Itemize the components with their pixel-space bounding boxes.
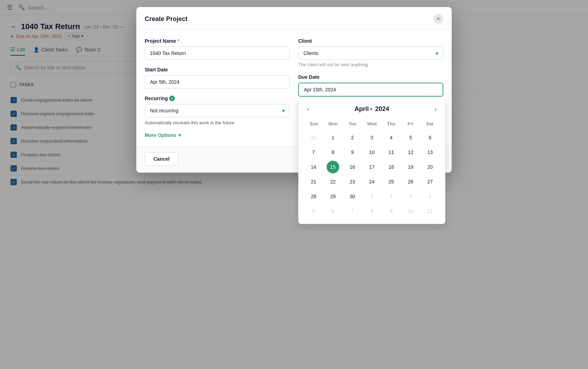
modal-right-column: Client Clients ▾ The client will not be …: [298, 38, 443, 138]
due-date-group: Due Date ‹ April ▾ 2024: [298, 74, 443, 97]
calendar-day[interactable]: 26: [404, 175, 417, 188]
calendar-day[interactable]: 17: [365, 161, 378, 173]
client-select-wrapper: Clients ▾: [298, 47, 443, 60]
calendar-day[interactable]: 23: [346, 175, 359, 188]
cancel-label: Cancel: [153, 156, 170, 162]
calendar-month[interactable]: April ▾: [354, 105, 372, 113]
calendar-day[interactable]: 12: [404, 146, 417, 159]
calendar-day: 6: [327, 205, 339, 217]
calendar-day[interactable]: 20: [424, 161, 436, 173]
calendar-day: 4: [424, 190, 436, 203]
calendar-day[interactable]: 18: [385, 161, 397, 173]
calendar-day[interactable]: 19: [404, 161, 417, 173]
calendar-day[interactable]: 29: [327, 190, 339, 203]
calendar-month-year: April ▾ 2024: [354, 105, 389, 113]
calendar-day[interactable]: 4: [385, 131, 397, 144]
calendar-day-label: Sun: [304, 120, 323, 128]
recurring-hint: Automatically recreate this work in the …: [145, 120, 290, 125]
calendar-day[interactable]: 30: [346, 190, 359, 203]
calendar-day-label: Tue: [343, 120, 362, 128]
calendar-day[interactable]: 8: [327, 146, 339, 159]
close-icon: ×: [437, 16, 440, 22]
calendar-day[interactable]: 27: [424, 175, 436, 188]
start-date-input[interactable]: [145, 75, 290, 89]
calendar-day[interactable]: 3: [365, 131, 378, 144]
calendar-day[interactable]: 15: [327, 161, 339, 173]
calendar-day-label: Thu: [382, 120, 401, 128]
recurring-label: Recurring i: [145, 96, 290, 101]
calendar-grid: SunMonTueWedThuFriSat 311234567891011121…: [304, 120, 439, 218]
calendar-day-label: Sat: [420, 120, 439, 128]
calendar-day-label: Mon: [323, 120, 343, 128]
cancel-button[interactable]: Cancel: [145, 152, 178, 166]
required-indicator: *: [177, 38, 179, 44]
calendar-day[interactable]: 22: [327, 175, 339, 188]
close-button[interactable]: ×: [433, 14, 443, 24]
calendar-nav: ‹ April ▾ 2024 ›: [304, 104, 439, 114]
calendar-day: 1: [365, 190, 378, 203]
calendar-day[interactable]: 21: [307, 175, 320, 188]
calendar-day[interactable]: 10: [365, 146, 378, 159]
modal-body: Project Name * Start Date Recurring i: [136, 30, 452, 146]
more-options-label: More Options: [145, 132, 176, 138]
client-group: Client Clients ▾ The client will not be …: [298, 38, 443, 67]
calendar-day[interactable]: 1: [327, 131, 339, 144]
calendar-year: 2024: [375, 105, 389, 113]
calendar-day[interactable]: 25: [385, 175, 397, 188]
modal-header: Create Project ×: [136, 7, 452, 30]
project-name-group: Project Name *: [145, 38, 290, 60]
month-chevron-icon: ▾: [370, 107, 372, 112]
calendar-day[interactable]: 28: [307, 190, 320, 203]
calendar-next-button[interactable]: ›: [432, 104, 439, 114]
recurring-value: Not recurring: [150, 108, 178, 113]
calendar-day[interactable]: 24: [365, 175, 378, 188]
calendar-day[interactable]: 13: [424, 146, 436, 159]
project-name-input[interactable]: [145, 47, 290, 60]
client-select[interactable]: Clients: [298, 47, 443, 60]
due-date-label: Due Date: [298, 74, 443, 80]
calendar-day[interactable]: 14: [307, 161, 320, 173]
calendar-day[interactable]: 2: [346, 131, 359, 144]
recurring-select-wrapper: Not recurring ▾: [145, 104, 290, 117]
calendar-day[interactable]: 6: [424, 131, 436, 144]
due-date-wrapper: ‹ April ▾ 2024 › SunMonTueWed: [298, 83, 443, 97]
modal-title: Create Project: [145, 15, 187, 23]
more-options-chevron-icon: ▾: [178, 132, 181, 138]
calendar-day: 31: [307, 131, 320, 144]
client-value: Clients: [303, 50, 319, 56]
client-hint: The client will not be sent anything.: [298, 62, 443, 67]
calendar-day: 10: [404, 205, 417, 217]
calendar-day[interactable]: 7: [307, 146, 320, 159]
start-date-label: Start Date: [145, 67, 290, 72]
calendar-day: 2: [385, 190, 397, 203]
calendar-days-header: SunMonTueWedThuFriSat: [304, 120, 439, 128]
modal-left-column: Project Name * Start Date Recurring i: [145, 38, 290, 138]
calendar-day-label: Wed: [362, 120, 381, 128]
project-name-label: Project Name *: [145, 38, 290, 44]
calendar-prev-button[interactable]: ‹: [304, 104, 312, 114]
calendar-day[interactable]: 9: [346, 146, 359, 159]
recurring-group: Recurring i Not recurring ▾ Automaticall…: [145, 96, 290, 125]
calendar-day: 3: [404, 190, 417, 203]
calendar-day[interactable]: 11: [385, 146, 397, 159]
info-icon[interactable]: i: [169, 96, 175, 101]
dates-row: Start Date: [145, 67, 290, 96]
due-date-input[interactable]: [298, 83, 443, 97]
calendar-dropdown: ‹ April ▾ 2024 › SunMonTueWed: [298, 98, 445, 224]
more-options-button[interactable]: More Options ▾: [145, 132, 181, 138]
calendar-day: 11: [424, 205, 436, 217]
calendar-day[interactable]: 16: [346, 161, 359, 173]
calendar-day[interactable]: 5: [404, 131, 417, 144]
recurring-select[interactable]: Not recurring: [145, 104, 290, 117]
calendar-day: 9: [385, 205, 397, 217]
calendar-day: 7: [346, 205, 359, 217]
calendar-days: 3112345678910111213141516171819202122232…: [304, 131, 439, 218]
create-project-modal: Create Project × Project Name * Start Da…: [136, 7, 452, 173]
client-label: Client: [298, 38, 443, 44]
calendar-day: 8: [365, 205, 378, 217]
calendar-day-label: Fri: [401, 120, 420, 128]
start-date-group: Start Date: [145, 67, 290, 89]
calendar-day: 5: [307, 205, 320, 217]
